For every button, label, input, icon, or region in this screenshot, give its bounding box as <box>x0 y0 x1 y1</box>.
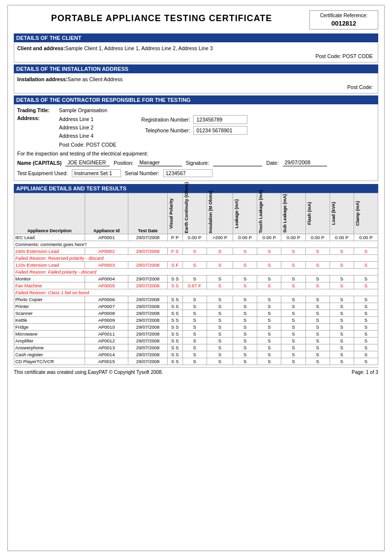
cell-date: 29/07/2008 <box>128 338 168 344</box>
addr-line-2: Address Line 2 <box>59 124 117 132</box>
tel-value: 01234 5678901 <box>193 126 247 135</box>
footer: This certificate was created using EasyP… <box>14 367 378 375</box>
fail-reason-row: Failed Reason: Reversed polarity - disca… <box>14 255 378 262</box>
date-value: 29/07/2008 <box>283 159 327 166</box>
contractor-section-header: DETAILS OF THE CONTRACTOR RESPONSIBLE FO… <box>14 95 378 104</box>
cell-insulation: S <box>207 331 233 338</box>
cell-earth: 0.67 F <box>182 282 207 289</box>
th-clamp: Clamp (mA) <box>354 193 378 234</box>
test-eq-row: Test Equipment Used: Instrument Set 1 Se… <box>17 168 375 179</box>
trading-value: Sample Organisation <box>59 107 375 113</box>
client-postcode-value: POST CODE <box>342 53 373 59</box>
cell-clamp: 0.00 P <box>354 234 378 241</box>
cell-earth: S <box>182 351 207 358</box>
cell-load: S <box>330 303 354 310</box>
cell-insulation: S <box>207 324 233 331</box>
cell-flash: S <box>305 331 330 338</box>
table-row: 110v Extension LeadAP000329/07/2008S FSS… <box>14 262 378 269</box>
cell-flash: S <box>305 338 330 344</box>
cell-id: AP0006 <box>85 296 128 303</box>
client-value: Sample Client 1, Address Line 1, Address… <box>65 45 375 51</box>
serial-value: 1234567 <box>163 169 212 177</box>
cell-visual: S S <box>167 296 182 303</box>
cell-leakage: S <box>233 344 257 351</box>
cell-clamp: S <box>354 310 378 317</box>
cell-id: AP0013 <box>85 344 128 351</box>
contractor-address-lines: Address Line 1 Address Line 2 Address Li… <box>59 115 117 140</box>
name-label: Name (CAPITALS) <box>17 160 61 166</box>
table-header-row: Appliance Decription Appliance Id Test D… <box>14 193 378 234</box>
cell-visual: S S <box>167 351 182 358</box>
cell-sub: S <box>281 296 305 303</box>
cell-sub: S <box>281 338 305 344</box>
cell-leakage: S <box>233 262 257 269</box>
table-row: FridgeAP001029/07/2008S SSSSSSSSS <box>14 324 378 331</box>
appliance-section-header: APPLIANCE DETAILS AND TEST RESULTS <box>14 184 378 193</box>
contractor-address-label: Address: <box>17 115 59 121</box>
cell-touch: S <box>257 344 281 351</box>
cell-date: 29/07/2008 <box>128 276 168 282</box>
cell-visual: S S <box>167 282 182 289</box>
cell-date: 29/07/2008 <box>128 303 168 310</box>
cell-insulation: S <box>207 276 233 282</box>
cert-ref-number: 0012812 <box>314 20 374 27</box>
cell-id: AP0007 <box>85 303 128 310</box>
cell-flash: S <box>305 310 330 317</box>
client-section-header: DETAILS OF THE CLIENT <box>14 33 378 42</box>
tel-label: Telephone Number: <box>126 127 190 133</box>
installation-section-body: Installation address: Same as Client Add… <box>14 73 378 93</box>
cell-load: S <box>330 276 354 282</box>
table-row: 240v Extension LeadAP000229/07/2008F SSS… <box>14 248 378 255</box>
contractor-right: Registration Number: 123456789 Telephone… <box>126 115 247 148</box>
cell-clamp: S <box>354 344 378 351</box>
header-area: PORTABLE APPLIANCE TESTING CERTIFICATE C… <box>14 10 378 30</box>
cell-id: AP0010 <box>85 324 128 331</box>
cell-desc: Answerphone <box>14 344 85 351</box>
cell-visual: S S <box>167 310 182 317</box>
table-row: KettleAP000929/07/2008S SSSSSSSSS <box>14 317 378 324</box>
th-date: Test Date <box>128 193 168 234</box>
cell-sub: S <box>281 344 305 351</box>
cell-touch: S <box>257 282 281 289</box>
cell-flash: S <box>305 317 330 324</box>
table-row: CD PlayerTC/VCRAP001529/07/2008S SSSSSSS… <box>14 358 378 365</box>
cell-clamp: S <box>354 303 378 310</box>
cell-earth: S <box>182 317 207 324</box>
cert-ref-box: Certificate Reference: 0012812 <box>309 10 378 30</box>
cell-desc: CD PlayerTC/VCR <box>14 358 85 365</box>
cell-desc: Microwave <box>14 331 85 338</box>
th-id: Appliance Id <box>85 193 128 234</box>
cell-leakage: S <box>233 303 257 310</box>
cell-clamp: S <box>354 324 378 331</box>
test-eq-value: Instrument Set 1 <box>72 169 121 177</box>
client-section: DETAILS OF THE CLIENT Client and address… <box>14 33 378 62</box>
cell-clamp: S <box>354 338 378 344</box>
cell-load: S <box>330 296 354 303</box>
table-row: PrinterAP000729/07/2008S SSSSSSSSS <box>14 303 378 310</box>
trading-title-row: Trading Title: Sample Organisation <box>17 106 375 114</box>
appliance-section: APPLIANCE DETAILS AND TEST RESULTS Appli… <box>14 184 378 365</box>
installation-section-header: DETAILS OF THE INSTALLATION ADDRESS <box>14 64 378 73</box>
cell-insulation: S <box>207 317 233 324</box>
cell-flash: S <box>305 248 330 255</box>
cell-leakage: S <box>233 351 257 358</box>
cell-leakage: S <box>233 310 257 317</box>
cell-leakage: S <box>233 358 257 365</box>
cell-touch: S <box>257 358 281 365</box>
cell-touch: S <box>257 324 281 331</box>
cell-flash: S <box>305 344 330 351</box>
cell-clamp: S <box>354 262 378 269</box>
cell-date: 29/07/2008 <box>128 262 168 269</box>
cell-earth: S <box>182 331 207 338</box>
cell-touch: S <box>257 303 281 310</box>
contractor-section: DETAILS OF THE CONTRACTOR RESPONSIBLE FO… <box>14 95 378 181</box>
name-value: JOE ENGINEER <box>65 159 110 166</box>
client-section-body: Client and address: Sample Client 1, Add… <box>14 42 378 62</box>
cell-touch: S <box>257 262 281 269</box>
cert-ref-label: Certificate Reference: <box>314 13 374 18</box>
cell-visual: S F <box>167 262 182 269</box>
appliance-table: Appliance Decription Appliance Id Test D… <box>14 193 378 365</box>
footer-copyright: This certificate was created using EasyP… <box>14 370 163 375</box>
installation-value: Same as Client Address <box>67 76 375 82</box>
cell-clamp: S <box>354 351 378 358</box>
